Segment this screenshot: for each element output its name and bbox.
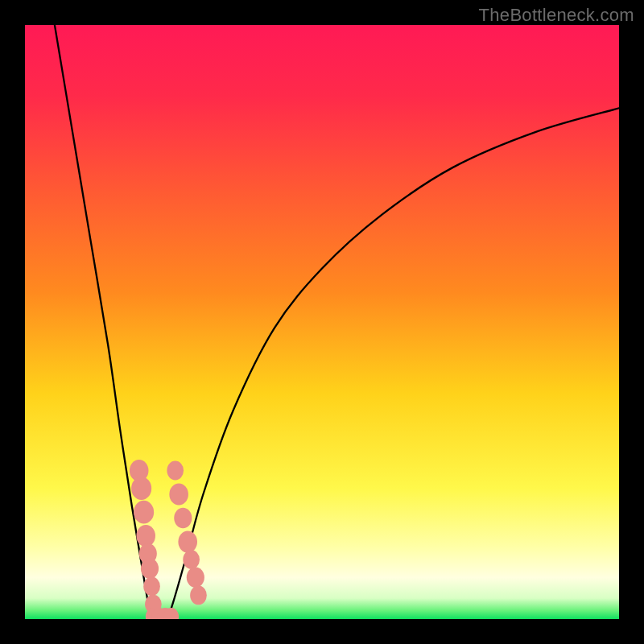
data-marker <box>143 577 160 597</box>
data-marker <box>190 586 207 605</box>
plot-area <box>25 25 619 619</box>
data-marker <box>167 461 184 481</box>
curve-right-branch <box>167 108 619 619</box>
chart-svg <box>25 25 619 619</box>
data-marker <box>178 530 197 552</box>
data-marker <box>131 477 151 500</box>
data-marker <box>187 568 204 588</box>
chart-frame: TheBottleneck.com <box>0 0 644 644</box>
data-marker <box>134 501 154 524</box>
data-marker <box>141 559 159 579</box>
data-markers <box>130 460 207 619</box>
data-marker <box>136 525 155 547</box>
data-marker <box>183 550 200 569</box>
watermark-text: TheBottleneck.com <box>479 5 634 26</box>
data-marker <box>169 483 188 505</box>
data-marker <box>174 508 192 528</box>
